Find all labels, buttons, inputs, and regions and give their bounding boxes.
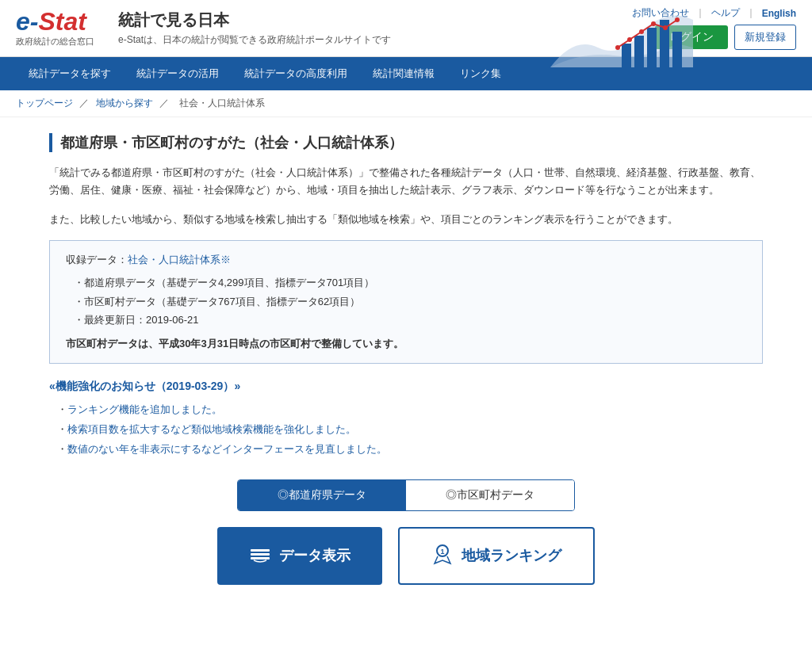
action-buttons: データ表示 1 地域ランキング	[49, 527, 763, 585]
nav-item-statistics-advanced[interactable]: 統計データの高度利用	[232, 57, 360, 90]
svg-rect-4	[672, 32, 682, 67]
news-list: ランキング機能を追加しました。 検索項目数を拡大するなど類似地域検索機能を強化し…	[49, 400, 763, 459]
breadcrumb-sep-2: ／	[159, 97, 171, 109]
logo-area: e-Stat 政府統計の総合窓口	[16, 9, 94, 48]
svg-point-9	[663, 25, 668, 30]
news-link-1[interactable]: ランキング機能を追加しました。	[67, 403, 222, 415]
logo-e: e	[16, 7, 30, 36]
info-box-title-link[interactable]: 社会・人口統計体系※	[128, 254, 231, 265]
register-button[interactable]: 新規登録	[734, 25, 796, 50]
svg-rect-13	[251, 549, 270, 552]
info-box-title-prefix: 収録データ：	[66, 254, 128, 265]
info-box-item-municipality: 市区町村データ（基礎データ767項目、指標データ62項目）	[74, 292, 746, 311]
nav-item-links[interactable]: リンク集	[447, 57, 514, 90]
nav-item-statistics-related[interactable]: 統計関連情報	[360, 57, 447, 90]
logo-stat: Stat	[38, 7, 86, 36]
nav-item-statistics-search[interactable]: 統計データを探す	[16, 57, 124, 90]
info-box-item-prefecture: 都道府県データ（基礎データ4,299項目、指標データ701項目）	[74, 273, 746, 292]
breadcrumb-current: 社会・人口統計体系	[179, 97, 265, 109]
news-title: «機能強化のお知らせ（2019-03-29）»	[49, 380, 763, 394]
logo-subtitle: 政府統計の総合窓口	[16, 36, 94, 48]
svg-rect-1	[634, 36, 644, 67]
logo: e-Stat	[16, 9, 86, 34]
svg-point-10	[675, 17, 680, 22]
english-link[interactable]: English	[762, 8, 796, 19]
svg-point-6	[627, 37, 632, 42]
info-box-note: 市区町村データは、平成30年3月31日時点の市区町村で整備しています。	[66, 337, 746, 351]
breadcrumb: トップページ ／ 地域から探す ／ 社会・人口統計体系	[0, 90, 812, 117]
data-display-icon	[249, 543, 271, 569]
header: e-Stat 政府統計の総合窓口 統計で見る日本 e-Statは、日本の統計が閲…	[0, 0, 812, 57]
data-display-label: データ表示	[279, 546, 350, 565]
data-display-button[interactable]: データ表示	[217, 527, 382, 585]
ranking-icon: 1	[431, 543, 454, 569]
svg-point-8	[651, 21, 656, 26]
description-1: 「統計でみる都道府県・市区町村のすがた（社会・人口統計体系）」で整備された各種統…	[49, 164, 763, 199]
news-link-3[interactable]: 数値のない年を非表示にするなどインターフェースを見直しました。	[67, 443, 387, 455]
info-box-item-updated: 最終更新日：2019-06-21	[74, 311, 746, 329]
header-chart	[550, 4, 693, 67]
regional-ranking-button[interactable]: 1 地域ランキング	[398, 527, 595, 585]
info-box-title: 収録データ：社会・人口統計体系※	[66, 253, 746, 267]
separator-1: ｜	[695, 6, 705, 20]
regional-ranking-label: 地域ランキング	[462, 546, 561, 565]
breadcrumb-sep-1: ／	[79, 97, 91, 109]
breadcrumb-home[interactable]: トップページ	[16, 97, 73, 109]
news-link-2[interactable]: 検索項目数を拡大するなど類似地域検索機能を強化しました。	[67, 423, 356, 435]
svg-rect-11	[251, 557, 270, 559]
news-item-1: ランキング機能を追加しました。	[57, 400, 763, 420]
help-link[interactable]: ヘルプ	[711, 6, 740, 20]
toggle-municipality[interactable]: ◎市区町村データ	[406, 480, 574, 510]
nav-item-statistics-use[interactable]: 統計データの活用	[124, 57, 232, 90]
toggle-prefecture[interactable]: ◎都道府県データ	[238, 480, 406, 510]
description-2: また、比較したい地域から、類似する地域を検索し抽出する「類似地域を検索」や、項目…	[49, 211, 763, 228]
toggle-group: ◎都道府県データ ◎市区町村データ	[237, 479, 575, 511]
svg-rect-2	[647, 28, 657, 67]
svg-point-5	[615, 45, 620, 50]
svg-rect-12	[251, 553, 270, 556]
info-box: 収録データ：社会・人口統計体系※ 都道府県データ（基礎データ4,299項目、指標…	[49, 240, 763, 364]
logo-dash: -	[30, 7, 39, 36]
main-content: 都道府県・市区町村のすがた（社会・人口統計体系） 「統計でみる都道府県・市区町村…	[25, 117, 787, 624]
svg-rect-0	[622, 44, 631, 67]
page-title: 都道府県・市区町村のすがた（社会・人口統計体系）	[49, 133, 763, 152]
news-item-2: 検索項目数を拡大するなど類似地域検索機能を強化しました。	[57, 420, 763, 440]
separator-2: ｜	[746, 6, 756, 20]
news-item-3: 数値のない年を非表示にするなどインターフェースを見直しました。	[57, 440, 763, 460]
breadcrumb-region[interactable]: 地域から探す	[96, 97, 153, 109]
svg-point-7	[639, 29, 644, 34]
info-box-list: 都道府県データ（基礎データ4,299項目、指標データ701項目） 市区町村データ…	[66, 273, 746, 329]
toggle-container: ◎都道府県データ ◎市区町村データ	[49, 479, 763, 511]
svg-text:1: 1	[440, 548, 444, 556]
